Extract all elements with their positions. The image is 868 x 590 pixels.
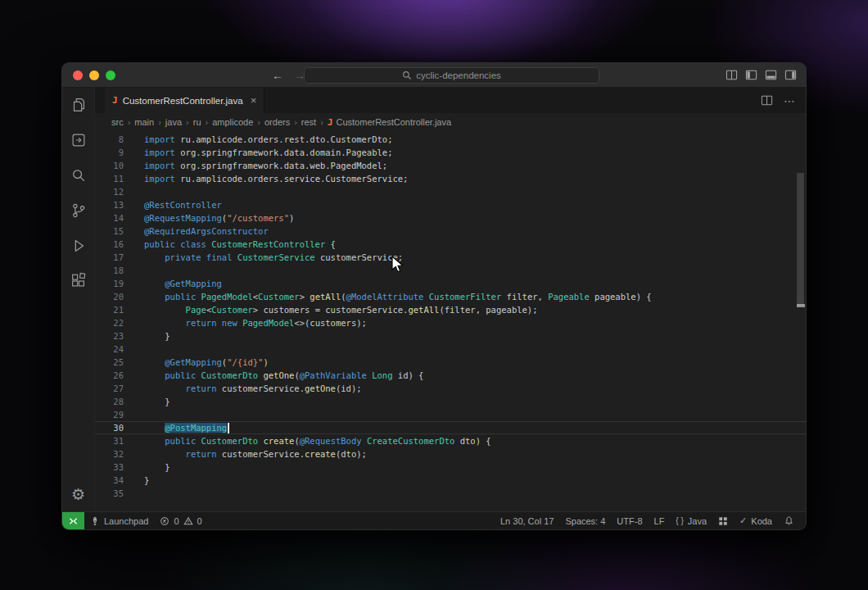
line-number: 29 (95, 408, 131, 421)
code-line-13[interactable]: 13@RestController (95, 198, 806, 211)
line-number: 26 (95, 369, 131, 382)
code-line-25[interactable]: 25 @GetMapping("/{id}") (95, 356, 806, 369)
minimize-window-button[interactable] (89, 70, 99, 80)
code-line-17[interactable]: 17 private final CustomerService custome… (95, 251, 806, 264)
breadcrumb-separator: › (320, 117, 323, 127)
breadcrumb-item[interactable]: orders (264, 117, 290, 127)
breadcrumb-item[interactable]: amplicode (212, 117, 253, 127)
close-window-button[interactable] (73, 70, 83, 80)
toggle-panel-icon[interactable] (765, 69, 777, 81)
code-line-24[interactable]: 24 (95, 343, 806, 356)
code-line-33[interactable]: 33 } (95, 461, 806, 474)
status-koda[interactable]: ✓ Koda (734, 512, 778, 529)
braces-icon: { } (676, 516, 683, 525)
code-line-14[interactable]: 14@RequestMapping("/customers") (95, 211, 806, 225)
status-notifications[interactable] (778, 512, 800, 529)
settings-gear-icon[interactable]: ⚙ (69, 484, 88, 504)
breadcrumb[interactable]: src›main›java›ru›amplicode›orders›rest›J… (95, 113, 806, 131)
error-icon (160, 516, 170, 526)
tab-customer-rest-controller[interactable]: J CustomerRestController.java × (105, 88, 264, 113)
code-line-22[interactable]: 22 return new PagedModel<>(customers); (95, 316, 806, 329)
breadcrumb-item[interactable]: JCustomerRestController.java (328, 117, 451, 128)
breadcrumb-item[interactable]: java (165, 117, 182, 127)
tab-close-icon[interactable]: × (251, 94, 257, 107)
source-control-icon[interactable] (69, 201, 88, 220)
maximize-window-button[interactable] (106, 70, 115, 80)
warning-icon (183, 516, 193, 526)
bell-icon (784, 515, 794, 526)
code-line-21[interactable]: 21 Page<Customer> customers = customerSe… (95, 303, 806, 316)
line-number: 31 (95, 434, 131, 447)
back-button[interactable]: ← (272, 69, 283, 82)
code-line-20[interactable]: 20 public PagedModel<Customer> getAll(@M… (95, 290, 806, 303)
split-editor-icon[interactable] (761, 94, 773, 107)
warning-count: 0 (197, 516, 202, 526)
code-line-35[interactable]: 35 (95, 487, 806, 500)
breadcrumb-item[interactable]: ru (193, 117, 201, 127)
java-file-icon: J (328, 117, 333, 128)
grid-status-icon (718, 516, 728, 526)
remote-indicator[interactable] (62, 512, 84, 529)
code-line-34[interactable]: 34} (95, 474, 806, 487)
command-center-search[interactable]: cyclic-dependencies (304, 67, 599, 84)
code-line-18[interactable]: 18 (95, 264, 806, 277)
toggle-sidebar-right-icon[interactable] (784, 69, 797, 81)
line-number: 18 (95, 264, 131, 277)
split-editor-icon[interactable] (726, 69, 738, 81)
code-line-15[interactable]: 15@RequiredArgsConstructor (95, 225, 806, 238)
status-line-col[interactable]: Ln 30, Col 17 (495, 512, 559, 529)
launchpad-label: Launchpad (104, 516, 148, 526)
code-line-28[interactable]: 28 } (95, 395, 806, 408)
status-launchpad[interactable]: Launchpad (84, 512, 154, 529)
extensions-icon[interactable] (69, 271, 88, 291)
status-eol[interactable]: LF (649, 512, 671, 529)
code-editor[interactable]: 8import ru.amplicode.orders.rest.dto.Cus… (95, 131, 806, 511)
code-line-23[interactable]: 23 } (95, 329, 806, 343)
code-line-8[interactable]: 8import ru.amplicode.orders.rest.dto.Cus… (95, 133, 806, 146)
code-line-26[interactable]: 26 public CustomerDto getOne(@PathVariab… (95, 369, 806, 382)
code-area: 8import ru.amplicode.orders.rest.dto.Cus… (95, 133, 806, 500)
breadcrumb-separator: › (206, 117, 209, 127)
code-line-10[interactable]: 10import org.springframework.data.web.Pa… (95, 159, 806, 172)
breadcrumb-item[interactable]: src (111, 117, 124, 127)
breadcrumb-item[interactable]: rest (301, 117, 316, 127)
code-line-16[interactable]: 16public class CustomerRestController { (95, 238, 806, 251)
amplicode-icon[interactable] (69, 130, 88, 150)
code-line-27[interactable]: 27 return customerService.getOne(id); (95, 382, 806, 395)
line-number: 10 (95, 159, 131, 172)
tab-label: CustomerRestController.java (123, 96, 243, 106)
remote-icon (68, 515, 79, 527)
vertical-scrollbar[interactable] (797, 173, 804, 306)
line-number: 23 (95, 329, 131, 343)
line-number: 24 (95, 343, 131, 356)
status-problems[interactable]: 0 0 (154, 512, 207, 529)
line-number: 14 (95, 211, 131, 225)
code-line-12[interactable]: 12 (95, 185, 806, 198)
code-line-32[interactable]: 32 return customerService.create(dto); (95, 447, 806, 461)
search-panel-icon[interactable] (69, 166, 88, 185)
code-line-29[interactable]: 29 (95, 408, 806, 421)
code-line-19[interactable]: 19 @GetMapping (95, 277, 806, 290)
breadcrumb-separator: › (294, 117, 297, 127)
line-number: 13 (95, 198, 131, 211)
breadcrumb-separator: › (158, 117, 161, 127)
more-actions-icon[interactable]: ⋯ (784, 94, 796, 107)
status-indentation[interactable]: Spaces: 4 (559, 512, 611, 529)
code-line-11[interactable]: 11import ru.amplicode.orders.service.Cus… (95, 172, 806, 185)
titlebar[interactable]: ← → cyclic-dependencies (62, 63, 806, 88)
run-debug-icon[interactable] (69, 236, 88, 256)
status-extension[interactable] (712, 512, 734, 529)
breadcrumb-item[interactable]: main (134, 117, 154, 127)
status-language[interactable]: { } Java (670, 512, 712, 529)
line-number: 16 (95, 238, 131, 251)
line-number: 22 (95, 316, 131, 329)
line-number: 28 (95, 395, 131, 408)
explorer-icon[interactable] (69, 95, 88, 115)
status-encoding[interactable]: UTF-8 (611, 512, 648, 529)
line-number: 30 (95, 421, 131, 434)
toggle-sidebar-left-icon[interactable] (745, 69, 757, 81)
code-line-31[interactable]: 31 public CustomerDto create(@RequestBod… (95, 434, 806, 447)
code-line-30[interactable]: 30 @PostMapping (95, 421, 806, 434)
code-line-9[interactable]: 9import org.springframework.data.domain.… (95, 146, 806, 159)
check-icon: ✓ (739, 515, 747, 526)
